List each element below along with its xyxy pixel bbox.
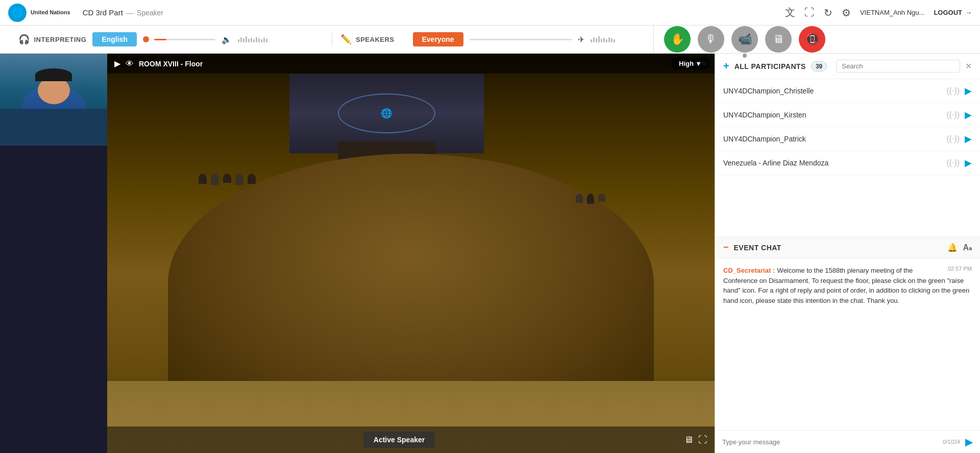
user-name: VIETNAM_Anh Ngu... — [860, 9, 924, 16]
send-to-participant-icon[interactable]: ▶ — [965, 133, 972, 145]
session-title: CD 3rd Part — [83, 8, 123, 17]
list-item: Venezuela - Arline Diaz Mendoza ((·)) ▶ — [715, 151, 980, 175]
char-count: 0/1024 — [943, 439, 960, 445]
camera-button[interactable]: 📹 — [731, 26, 758, 53]
send-to-participant-icon[interactable]: ▶ — [965, 157, 972, 169]
event-chat-header: − EVENT CHAT 🔔 Aₐ — [715, 236, 980, 258]
sbar-6 — [603, 38, 605, 42]
top-navigation: 🌐 United Nations CD 3rd Part — Speaker 文… — [0, 0, 980, 26]
volume-slider-speakers[interactable] — [470, 39, 572, 40]
broadcast-icon[interactable]: ((·)) — [946, 158, 960, 168]
expand-icon[interactable]: ⛶ — [698, 435, 707, 445]
session-info: CD 3rd Part — Speaker — [79, 8, 163, 17]
sbar-10 — [614, 39, 615, 42]
message-sender: CD_Secretariat : — [723, 267, 775, 274]
send-icon[interactable]: ✈ — [578, 35, 584, 44]
participants-title: ALL PARTICIPANTS — [734, 62, 806, 70]
active-speaker-button[interactable]: Active Speaker — [363, 432, 435, 448]
settings-icon[interactable]: ⚙ — [842, 7, 851, 19]
send-to-participant-icon[interactable]: ▶ — [965, 85, 972, 97]
speakers-slider-track[interactable] — [470, 39, 572, 40]
send-to-participant-icon[interactable]: ▶ — [965, 109, 972, 121]
participant-name: UNY4DChampion_Patrick — [723, 135, 941, 143]
left-panel: 🇻🇳 — [0, 54, 107, 453]
screen-share-button[interactable]: 🖥 — [765, 26, 792, 53]
room-scene: 🌐 — [107, 54, 715, 453]
camera-indicator — [743, 54, 747, 58]
chat-input[interactable] — [722, 438, 938, 446]
end-call-button[interactable]: 📵 — [799, 26, 825, 53]
logout-icon: → — [965, 9, 972, 16]
session-role: Speaker — [137, 9, 163, 17]
logout-button[interactable]: LOGOUT → — [934, 9, 972, 16]
sbar-2 — [593, 37, 595, 42]
audio-level-bars — [238, 36, 267, 42]
fullscreen-icon[interactable]: ⛶ — [804, 7, 815, 18]
slider-track[interactable] — [154, 39, 215, 40]
participants-search-box[interactable] — [836, 60, 960, 73]
bar-1 — [238, 39, 239, 42]
broadcast-icon[interactable]: ((·)) — [946, 134, 960, 144]
flag-indicator: 🇻🇳 — [94, 136, 104, 144]
collapse-chat-icon[interactable]: − — [723, 242, 729, 253]
microphone-button[interactable]: 🎙 — [698, 26, 724, 53]
bar-10 — [261, 39, 262, 42]
interpreting-bar: 🎧 INTERPRETING English 🔈 — [0, 26, 980, 54]
chat-message: 02:57 PM CD_Secretariat : Welcome to the… — [723, 266, 972, 305]
video-topbar-left: ▶ 👁 ROOM XVIII - Floor — [114, 59, 203, 68]
self-video-feed: 🇻🇳 — [0, 54, 107, 146]
volume-icon[interactable]: 🔈 — [222, 35, 232, 44]
chat-messages: 02:57 PM CD_Secretariat : Welcome to the… — [715, 258, 980, 430]
language-button[interactable]: English — [92, 32, 137, 46]
bar-9 — [258, 38, 260, 42]
speakers-label: ✏️ SPEAKERS — [340, 34, 407, 45]
main-content: 🇻🇳 ▶ 👁 ROOM XVIII - Floor High ▾ — [0, 54, 980, 453]
close-search-icon[interactable]: ✕ — [965, 61, 972, 71]
search-input[interactable] — [842, 62, 954, 70]
un-emblem: 🌐 — [338, 93, 435, 133]
chat-input-area: 0/1024 ▶ — [715, 430, 980, 453]
nav-right: 文 ⛶ ↻ ⚙ VIETNAM_Anh Ngu... LOGOUT → — [785, 6, 972, 19]
sbar-3 — [596, 38, 597, 42]
video-bottom-bar: Active Speaker 🖥 ⛶ — [107, 426, 715, 453]
sbar-9 — [611, 38, 612, 42]
list-item: UNY4DChampion_Patrick ((·)) ▶ — [715, 127, 980, 151]
un-globe-icon: 🌐 — [8, 4, 27, 22]
slider-dot — [143, 36, 149, 42]
play-icon[interactable]: ▶ — [114, 59, 120, 68]
translate-icon[interactable]: 文 — [785, 6, 795, 19]
video-main: 🌐 — [107, 54, 715, 453]
chevron-down-icon: ▾ — [697, 60, 700, 67]
eye-icon[interactable]: 👁 — [126, 59, 134, 68]
notification-icon[interactable]: 🔔 — [947, 243, 958, 252]
slider-fill — [154, 39, 166, 40]
quality-selector[interactable]: High ▾ — [672, 58, 707, 69]
broadcast-icon[interactable]: ((·)) — [946, 110, 960, 120]
everyone-button[interactable]: Everyone — [413, 32, 463, 46]
list-item: UNY4DChampion_Christelle ((·)) ▶ — [715, 79, 980, 103]
un-name-label: United Nations — [31, 9, 70, 16]
raise-hand-button[interactable]: ✋ — [664, 26, 691, 53]
interpreting-label: 🎧 INTERPRETING — [18, 34, 86, 45]
participant-name: UNY4DChampion_Christelle — [723, 87, 941, 95]
message-time: 02:57 PM — [948, 266, 972, 272]
volume-slider-interpreting[interactable] — [143, 36, 215, 42]
headphone-icon: 🎧 — [18, 34, 30, 45]
participants-header: + ALL PARTICIPANTS 39 ✕ — [715, 54, 980, 79]
broadcast-icon[interactable]: ((·)) — [946, 86, 960, 96]
font-size-icon[interactable]: Aₐ — [963, 243, 972, 252]
chat-toolbar: 🔔 Aₐ — [947, 243, 972, 252]
room-label: ROOM XVIII - Floor — [139, 60, 203, 68]
speakers-section: ✏️ SPEAKERS Everyone ✈ — [332, 32, 654, 46]
conference-table — [168, 154, 654, 413]
send-message-button[interactable]: ▶ — [965, 436, 973, 448]
self-video-panel: 🇻🇳 — [0, 54, 107, 146]
participant-name: Venezuela - Arline Diaz Mendoza — [723, 159, 941, 167]
audience-row-1 — [199, 174, 256, 185]
refresh-icon[interactable]: ↻ — [824, 7, 832, 19]
person-hair — [35, 68, 71, 81]
monitor-icon[interactable]: 🖥 — [684, 435, 693, 445]
add-participant-icon[interactable]: + — [723, 60, 729, 72]
pencil-icon: ✏️ — [340, 34, 352, 45]
sbar-8 — [608, 37, 610, 42]
